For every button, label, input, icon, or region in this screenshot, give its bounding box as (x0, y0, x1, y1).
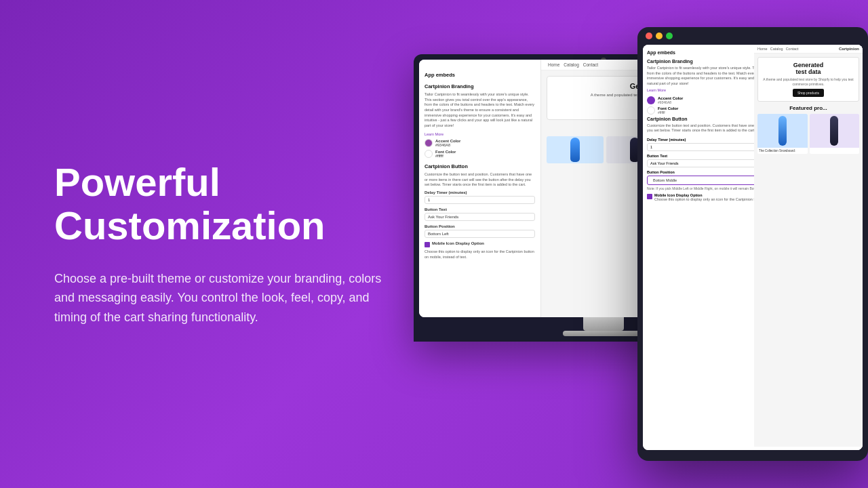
store-preview-front: Home Catalog Contact Cartpinion Generate… (754, 45, 863, 450)
nav-contact-back[interactable]: Contact (583, 62, 598, 67)
fp-product-2 (810, 114, 860, 154)
button-position-input-back[interactable] (425, 230, 535, 238)
monitor-stand-base-back (563, 331, 644, 336)
nav-catalog-back[interactable]: Catalog (564, 62, 578, 67)
featured-title-front: Featured pro... (757, 105, 859, 111)
mobile-icon-checkbox-back[interactable] (425, 242, 430, 247)
learn-more-front[interactable]: Learn More (647, 88, 666, 92)
button-section-back: Cartpinion Button (425, 163, 535, 169)
featured-section-front: Featured pro... The Collection Snowboard… (757, 105, 859, 154)
generated-box-front: Generatedtest data A theme and populated… (757, 57, 859, 102)
mobile-icon-checkbox-front[interactable] (647, 194, 652, 199)
fp-product-name-1: The Collection Snowboard: (757, 148, 808, 154)
fp-product-img-2 (810, 114, 860, 148)
front-panel-content: App embeds Cartpinion Branding Tailor Ca… (643, 45, 863, 450)
fp-product-1: The Collection Snowboard: (757, 114, 808, 154)
generated-title-front: Generatedtest data (761, 62, 856, 75)
store-body-front: Generatedtest data A theme and populated… (754, 54, 863, 447)
delay-label-back: Delay Timer (minutes) (425, 190, 535, 195)
button-desc-back: Customize the button text and position. … (425, 172, 535, 188)
fp-product-img-1 (757, 114, 808, 148)
store-nav-front: Home Catalog Contact Cartpinion (754, 45, 863, 54)
maximize-dot[interactable] (666, 33, 673, 39)
font-color-circle-front[interactable] (647, 106, 655, 115)
store-brand-front: Cartpinion (839, 47, 859, 51)
window-controls-front (643, 33, 863, 39)
mobile-icon-desc-back: Choose this option to display only an ic… (425, 249, 535, 260)
fp-snowboard-blue (778, 116, 787, 146)
accent-color-back: Accent Color #9346A8 (425, 139, 535, 147)
store-nav-links-front: Home Catalog Contact (757, 47, 799, 51)
monitor-stand-back (583, 317, 624, 331)
accent-color-circle-front[interactable] (647, 96, 655, 104)
settings-panel-back: App embeds Cartpinion Branding Tailor Ca… (419, 60, 541, 317)
product-img-1-back (547, 136, 604, 163)
hero-description: Choose a pre-built theme or customize yo… (54, 269, 393, 327)
product-card-1-back (547, 136, 604, 163)
learn-more-back[interactable]: Learn More (425, 132, 443, 136)
app-embeds-label-back: App embeds (425, 72, 535, 78)
fp-snowboard-dark (830, 116, 838, 146)
shop-btn-front[interactable]: Shop products (793, 89, 824, 97)
accent-color-info-front: Accent Color #9346A8 (658, 96, 683, 104)
branding-section-back: Cartpinion Branding (425, 83, 535, 89)
font-color-info-front: Font Color #ffffff (658, 106, 678, 115)
snowboard-blue (570, 138, 580, 162)
monitor-front: App embeds Cartpinion Branding Tailor Ca… (637, 27, 868, 461)
nav-links-back: Home Catalog Contact (548, 62, 598, 67)
nav-catalog-front[interactable]: Catalog (770, 47, 783, 51)
products-front: The Collection Snowboard: (757, 114, 859, 154)
font-color-info-back: Font Color #ffffff (435, 150, 456, 158)
close-dot[interactable] (646, 33, 652, 39)
mobile-icon-label-back: Mobile Icon Display Option (432, 241, 484, 245)
delay-input-back[interactable] (425, 196, 535, 204)
nav-home-back[interactable]: Home (548, 62, 559, 67)
font-color-back: Font Color #ffffff (425, 150, 535, 158)
nav-home-front[interactable]: Home (757, 47, 768, 51)
nav-contact-front[interactable]: Contact (786, 47, 799, 51)
mobile-icon-row-back: Mobile Icon Display Option (425, 241, 535, 247)
button-text-label-back: Button Text (425, 207, 535, 211)
font-color-circle-back[interactable] (425, 150, 433, 158)
minimize-dot[interactable] (656, 33, 663, 39)
button-position-label-back: Button Position (425, 224, 535, 228)
hero-text-block: Powerful Customization Choose a pre-buil… (54, 161, 393, 327)
button-text-input-back[interactable] (425, 213, 535, 221)
generated-sub-front: A theme and populated test store by Shop… (761, 77, 856, 86)
branding-desc-back: Tailor Cartpinion to fit seamlessly with… (425, 92, 535, 129)
accent-color-info-back: Accent Color #9346A8 (435, 139, 460, 147)
accent-color-circle-back[interactable] (425, 139, 433, 147)
hero-heading: Powerful Customization (54, 161, 393, 247)
